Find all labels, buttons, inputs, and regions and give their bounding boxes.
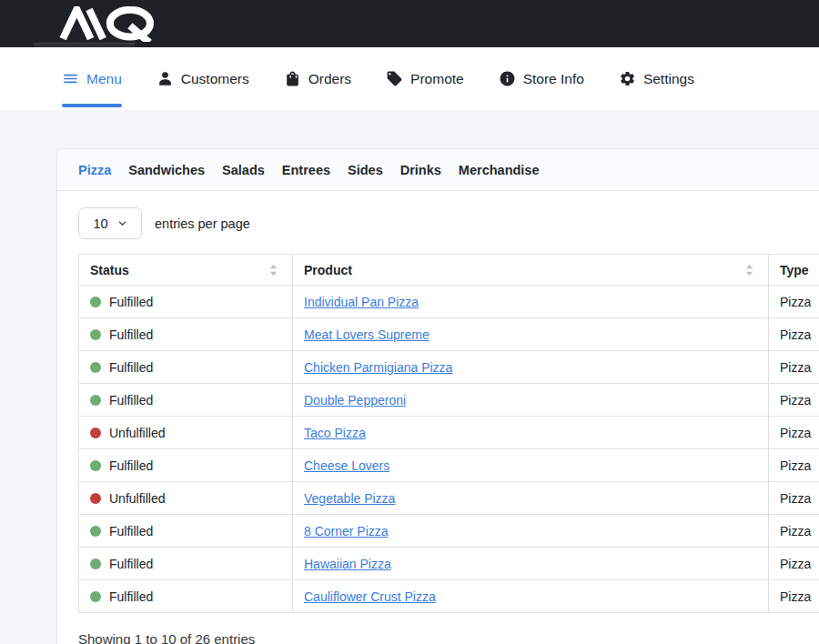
- chevron-down-icon: [117, 218, 127, 228]
- tab-sandwiches[interactable]: Sandwiches: [128, 163, 205, 177]
- status-label: Fulfilled: [109, 327, 153, 342]
- store-info-icon: [499, 70, 516, 87]
- category-tabs: PizzaSandwichesSaladsEntreesSidesDrinksM…: [57, 149, 819, 191]
- status-label: Fulfilled: [109, 589, 153, 604]
- status-cell: Fulfilled: [79, 580, 293, 613]
- product-link[interactable]: Cauliflower Crust Pizza: [304, 589, 436, 604]
- product-cell: Taco Pizza: [293, 417, 769, 449]
- status-label: Fulfilled: [109, 458, 153, 473]
- status-label: Fulfilled: [109, 360, 153, 375]
- menu-icon: [62, 70, 79, 87]
- table-header: StatusProductType: [79, 255, 819, 286]
- menu-card: PizzaSandwichesSaladsEntreesSidesDrinksM…: [56, 148, 819, 644]
- type-cell: Pizza: [769, 351, 819, 384]
- type-cell: Pizza: [769, 384, 819, 417]
- product-cell: Cauliflower Crust Pizza: [293, 580, 769, 613]
- status-dot: [90, 329, 101, 340]
- nav-item-orders[interactable]: Orders: [284, 47, 351, 110]
- type-cell: Pizza: [769, 515, 819, 548]
- product-cell: Individual Pan Pizza: [293, 286, 769, 318]
- table-row: FulfilledChicken Parmigiana PizzaPizza: [79, 351, 819, 384]
- entries-per-page-label: entries per page: [155, 216, 250, 231]
- nav-item-settings[interactable]: Settings: [619, 47, 694, 110]
- product-cell: 8 Corner Pizza: [293, 515, 769, 548]
- status-label: Fulfilled: [109, 557, 153, 571]
- nav-item-label: Store Info: [523, 71, 584, 87]
- nav-item-customers[interactable]: Customers: [157, 47, 249, 110]
- column-label: Type: [780, 263, 809, 277]
- status-dot: [90, 460, 101, 471]
- status-dot: [90, 395, 101, 406]
- table-row: FulfilledIndividual Pan PizzaPizza: [79, 286, 819, 318]
- column-header-status[interactable]: Status: [79, 255, 293, 286]
- product-cell: Cheese Lovers: [293, 449, 769, 482]
- status-dot: [90, 493, 101, 504]
- product-cell: Meat Lovers Supreme: [293, 318, 769, 351]
- entries-summary: Showing 1 to 10 of 26 entries: [78, 631, 819, 644]
- promote-icon: [386, 70, 403, 87]
- settings-icon: [619, 70, 636, 87]
- type-cell: Pizza: [769, 286, 819, 318]
- product-link[interactable]: Hawaiian Pizza: [304, 557, 391, 571]
- active-nav-indicator: [62, 104, 122, 107]
- product-link[interactable]: Taco Pizza: [304, 426, 366, 440]
- brand-logo: [58, 6, 160, 42]
- nav-item-label: Customers: [181, 71, 249, 87]
- product-link[interactable]: Vegetable Pizza: [304, 491, 395, 506]
- product-cell: Vegetable Pizza: [293, 482, 769, 515]
- column-header-product[interactable]: Product: [293, 255, 769, 286]
- product-link[interactable]: Cheese Lovers: [304, 458, 389, 473]
- status-dot: [90, 526, 101, 537]
- app-header: [0, 0, 819, 47]
- tab-salads[interactable]: Salads: [222, 163, 265, 177]
- type-cell: Pizza: [769, 449, 819, 482]
- product-cell: Chicken Parmigiana Pizza: [293, 351, 769, 384]
- status-dot: [90, 428, 101, 438]
- product-link[interactable]: Double Pepperoni: [304, 393, 406, 408]
- type-cell: Pizza: [769, 548, 819, 580]
- product-cell: Hawaiian Pizza: [293, 548, 769, 580]
- product-link[interactable]: Meat Lovers Supreme: [304, 327, 430, 342]
- page-size-select[interactable]: 10: [78, 207, 142, 239]
- app-window: MenuCustomersOrdersPromoteStore InfoSett…: [0, 0, 819, 644]
- nav-item-label: Menu: [86, 71, 122, 87]
- nav-item-store-info[interactable]: Store Info: [499, 47, 584, 110]
- table-row: UnfulfilledVegetable PizzaPizza: [79, 482, 819, 515]
- status-cell: Fulfilled: [79, 384, 293, 417]
- table-row: FulfilledHawaiian PizzaPizza: [79, 548, 819, 580]
- column-label: Status: [90, 263, 129, 277]
- primary-nav: MenuCustomersOrdersPromoteStore InfoSett…: [0, 47, 819, 110]
- product-link[interactable]: Individual Pan Pizza: [304, 295, 419, 309]
- status-label: Unfulfilled: [109, 426, 165, 440]
- nav-item-promote[interactable]: Promote: [386, 47, 464, 110]
- tab-pizza[interactable]: Pizza: [78, 163, 111, 177]
- tab-drinks[interactable]: Drinks: [400, 163, 441, 177]
- status-cell: Fulfilled: [79, 515, 293, 548]
- status-cell: Fulfilled: [79, 351, 293, 384]
- status-cell: Unfulfilled: [79, 417, 293, 449]
- nav-item-menu[interactable]: Menu: [62, 47, 122, 110]
- sort-icon[interactable]: [745, 264, 753, 276]
- tab-entrees[interactable]: Entrees: [282, 163, 330, 177]
- customers-icon: [157, 70, 174, 87]
- product-cell: Double Pepperoni: [293, 384, 769, 417]
- status-label: Fulfilled: [109, 393, 153, 408]
- type-cell: Pizza: [769, 417, 819, 449]
- tab-sides[interactable]: Sides: [348, 163, 383, 177]
- page-size-value: 10: [93, 216, 107, 231]
- nav-item-label: Settings: [643, 71, 694, 87]
- status-cell: Fulfilled: [79, 286, 293, 318]
- status-cell: Fulfilled: [79, 318, 293, 351]
- table-row: UnfulfilledTaco PizzaPizza: [79, 417, 819, 449]
- column-header-type: Type: [769, 255, 819, 286]
- status-cell: Fulfilled: [79, 548, 293, 580]
- product-link[interactable]: Chicken Parmigiana Pizza: [304, 360, 452, 375]
- orders-icon: [284, 70, 301, 87]
- status-label: Fulfilled: [109, 524, 153, 538]
- sort-icon[interactable]: [269, 264, 278, 276]
- status-dot: [90, 297, 101, 307]
- tab-merchandise[interactable]: Merchandise: [459, 163, 540, 177]
- product-link[interactable]: 8 Corner Pizza: [304, 524, 389, 538]
- nav-item-label: Promote: [410, 71, 464, 87]
- status-dot: [90, 591, 101, 602]
